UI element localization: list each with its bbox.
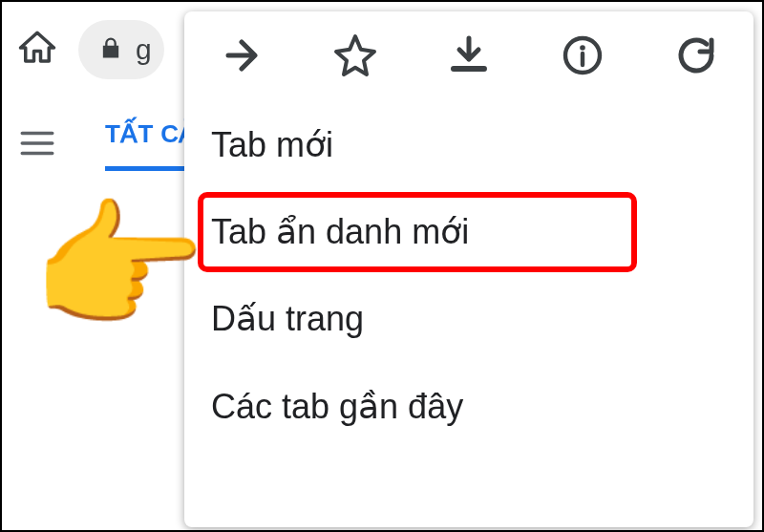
menu-item-recent-tabs[interactable]: Các tab gần đây (184, 363, 753, 450)
forward-icon[interactable] (219, 32, 265, 82)
address-bar[interactable]: g (78, 20, 164, 79)
home-icon[interactable] (17, 28, 57, 72)
menu-item-incognito[interactable]: Tab ẩn danh mới (184, 188, 753, 275)
info-icon[interactable] (560, 32, 605, 82)
overflow-menu: Tab mới Tab ẩn danh mới Dấu trang Các ta… (184, 11, 753, 527)
menu-icon-row (184, 15, 753, 99)
menu-list: Tab mới Tab ẩn danh mới Dấu trang Các ta… (184, 99, 753, 452)
reload-icon[interactable] (673, 32, 719, 82)
lock-icon (97, 34, 124, 65)
download-icon[interactable] (446, 32, 492, 82)
tab-all[interactable]: TẤT CẢ (105, 119, 197, 171)
svg-point-1 (580, 45, 585, 51)
pointing-hand-icon: 👉 (31, 196, 207, 337)
hamburger-icon[interactable] (17, 123, 57, 167)
star-icon[interactable] (332, 32, 378, 82)
menu-item-new-tab[interactable]: Tab mới (184, 101, 753, 188)
menu-item-bookmarks[interactable]: Dấu trang (184, 275, 753, 362)
url-text: g (136, 33, 152, 66)
